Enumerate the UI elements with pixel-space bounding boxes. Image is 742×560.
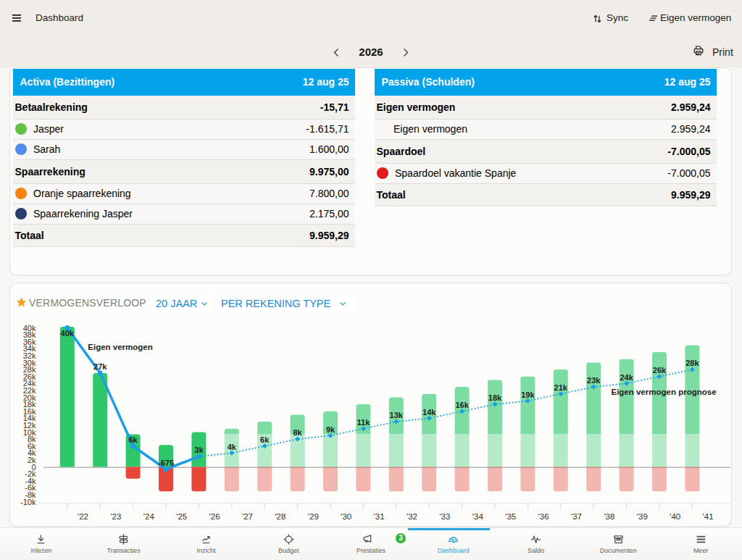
svg-text:'27: '27 bbox=[242, 512, 253, 521]
svg-text:6k: 6k bbox=[128, 435, 138, 444]
svg-text:6k: 6k bbox=[260, 435, 270, 444]
svg-text:28k: 28k bbox=[685, 359, 699, 367]
svg-text:'25: '25 bbox=[176, 512, 187, 521]
svg-text:Eigen vermogen: Eigen vermogen bbox=[88, 343, 152, 351]
svg-text:16k: 16k bbox=[455, 401, 469, 409]
svg-text:14k: 14k bbox=[422, 408, 436, 417]
svg-text:21k: 21k bbox=[554, 383, 568, 392]
svg-text:'37: '37 bbox=[571, 512, 582, 521]
svg-text:40k: 40k bbox=[61, 329, 75, 338]
svg-text:'40: '40 bbox=[670, 512, 680, 521]
svg-text:'31: '31 bbox=[374, 512, 385, 521]
svg-text:Eigen vermogen prognose: Eigen vermogen prognose bbox=[611, 388, 716, 396]
svg-text:26k: 26k bbox=[653, 366, 667, 375]
svg-text:24k: 24k bbox=[620, 373, 633, 382]
svg-text:27k: 27k bbox=[93, 362, 107, 371]
svg-text:13k: 13k bbox=[390, 411, 404, 419]
svg-text:'29: '29 bbox=[308, 512, 319, 521]
svg-text:8k: 8k bbox=[293, 428, 302, 437]
svg-text:'30: '30 bbox=[341, 512, 351, 521]
svg-text:23k: 23k bbox=[587, 376, 601, 385]
svg-text:9k: 9k bbox=[326, 425, 335, 434]
svg-text:'24: '24 bbox=[143, 512, 155, 521]
svg-text:'36: '36 bbox=[538, 512, 549, 521]
svg-text:'28: '28 bbox=[275, 512, 285, 521]
svg-text:'39: '39 bbox=[637, 512, 648, 521]
svg-text:-675: -675 bbox=[158, 459, 174, 467]
svg-text:11k: 11k bbox=[357, 418, 371, 427]
svg-text:19k: 19k bbox=[521, 390, 535, 399]
svg-text:'34: '34 bbox=[472, 512, 484, 521]
svg-text:3k: 3k bbox=[194, 446, 204, 454]
svg-text:'22: '22 bbox=[78, 512, 88, 521]
svg-text:'23: '23 bbox=[110, 512, 121, 521]
svg-text:4k: 4k bbox=[228, 443, 237, 451]
svg-text:-10k: -10k bbox=[20, 498, 36, 506]
svg-text:'26: '26 bbox=[209, 512, 220, 521]
svg-text:'35: '35 bbox=[505, 512, 516, 521]
svg-text:'33: '33 bbox=[439, 512, 450, 521]
svg-text:'38: '38 bbox=[604, 512, 614, 521]
svg-text:18k: 18k bbox=[488, 393, 502, 402]
svg-text:'41: '41 bbox=[703, 512, 714, 521]
svg-text:'32: '32 bbox=[407, 512, 417, 521]
